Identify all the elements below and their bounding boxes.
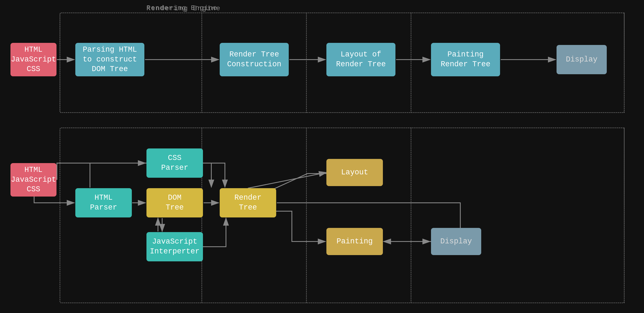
html-js-css-top: HTMLJavaScriptCSS [10,43,56,76]
painting-render-tree-top: PaintingRender Tree [431,43,500,76]
layout-bot: Layout [326,159,383,186]
html-parser: HTMLParser [75,188,132,217]
layout-render-tree-top: Layout ofRender Tree [326,43,396,76]
render-tree-bot: RenderTree [220,188,276,217]
display-top: Display [556,45,607,74]
rendering-engine-label: Rendering Engine [146,4,221,12]
display-bot: Display [431,228,481,255]
html-js-css-bot: HTMLJavaScriptCSS [10,163,56,197]
rendering-engine-region-bot [60,128,624,303]
painting-bot: Painting [326,228,383,255]
css-parser: CSSParser [146,148,203,178]
js-interpreter: JavaScriptInterperter [146,232,203,261]
parse-dom-top: Parsing HTMLto constructDOM Tree [75,43,144,76]
diagram-container: Rendering Engine [0,0,644,313]
dom-tree: DOMTree [146,188,203,217]
render-tree-construction-top: Render TreeConstruction [220,43,289,76]
